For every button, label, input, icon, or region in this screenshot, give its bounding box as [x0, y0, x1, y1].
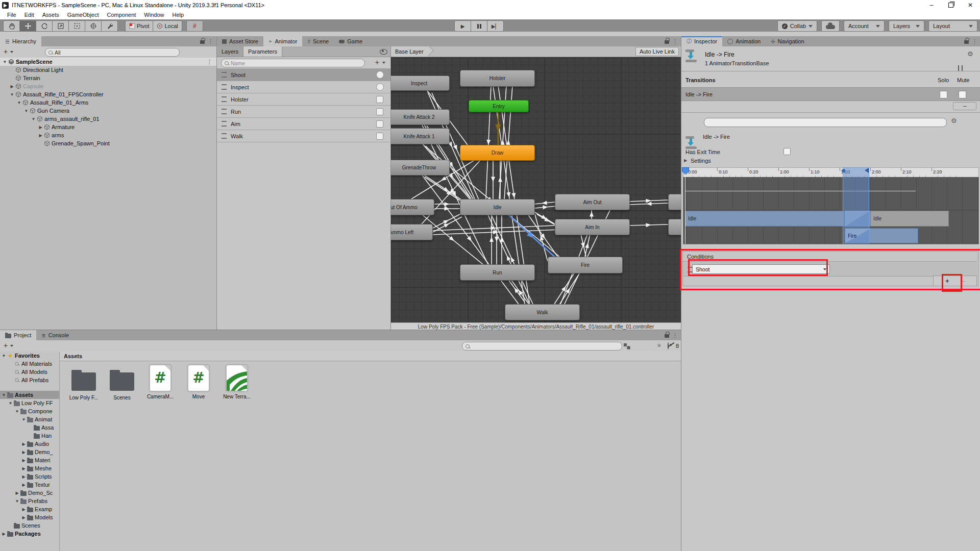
transition-name-field[interactable]: [704, 118, 947, 127]
hierarchy-item-gun-camera[interactable]: ▼Gun Camera: [0, 107, 216, 115]
asset-item-scenes[interactable]: Scenes: [105, 365, 139, 400]
project-tree-item-scripts[interactable]: ▶Scripts: [0, 472, 59, 481]
foldout-arrow-icon[interactable]: ▼: [21, 417, 27, 422]
selection-start-handle[interactable]: [841, 168, 846, 173]
foldout-arrow-icon[interactable]: ▼: [14, 499, 20, 504]
parameter-row-aim[interactable]: Aim: [217, 118, 390, 130]
bool-checkbox[interactable]: [376, 96, 383, 103]
state-node-ammo-left[interactable]: Ammo Left: [391, 224, 433, 240]
hierarchy-item-assault-rifle-01-arms[interactable]: ▼Assault_Rifle_01_Arms: [0, 98, 216, 107]
menu-item-window[interactable]: Window: [140, 12, 168, 18]
menu-item-assets[interactable]: Assets: [38, 12, 63, 18]
hierarchy-item-arms-assault-rifle-01[interactable]: ▼arms_assault_rifle_01: [0, 115, 216, 123]
project-search-input[interactable]: [472, 343, 619, 349]
foldout-arrow-icon[interactable]: ▼: [14, 409, 20, 414]
grid-snap-button[interactable]: #: [186, 20, 203, 32]
project-tree-item-animat[interactable]: ▼Animat: [0, 415, 59, 423]
transition-timeline-ruler[interactable]: 0:000:100:201:001:101:202:002:102:20: [683, 167, 979, 178]
state-machine-graph[interactable]: InspectHolsterEntryKnife Attack 2Knife A…: [391, 57, 681, 322]
subtab-layers[interactable]: Layers: [217, 46, 243, 57]
create-caret-icon[interactable]: [10, 51, 13, 53]
state-node-entry[interactable]: Entry: [469, 100, 529, 112]
state-node-run[interactable]: Run: [460, 264, 535, 281]
tab-inspector[interactable]: ⓘ Inspector: [681, 36, 722, 46]
tab-scene[interactable]: # Scene: [302, 36, 334, 46]
foldout-arrow-icon[interactable]: ▼: [9, 92, 15, 97]
add-parameter-button[interactable]: +: [375, 59, 379, 66]
hierarchy-item-directional-light[interactable]: Directional Light: [0, 66, 216, 74]
settings-foldout-icon[interactable]: ▶: [684, 158, 687, 163]
bool-checkbox[interactable]: [376, 120, 383, 128]
account-dropdown[interactable]: Account: [844, 20, 885, 32]
project-tree-item-prefabs[interactable]: ▼Prefabs: [0, 497, 59, 505]
foldout-arrow-icon[interactable]: ▶: [21, 507, 27, 512]
hierarchy-item-capsule[interactable]: ▶Capsule: [0, 82, 216, 90]
state-node-knife-attack-2[interactable]: Knife Attack 2: [391, 109, 450, 125]
create-caret-icon[interactable]: [10, 345, 13, 347]
state-node-holster[interactable]: Holster: [460, 70, 535, 87]
parameter-row-shoot[interactable]: Shoot: [217, 69, 390, 81]
parameter-search-input[interactable]: [231, 60, 361, 66]
hierarchy-item-arms[interactable]: ▶arms: [0, 131, 216, 139]
solo-checkbox[interactable]: [940, 91, 947, 98]
bool-checkbox[interactable]: [376, 108, 383, 115]
parameter-row-walk[interactable]: Walk: [217, 130, 390, 142]
pivot-toggle[interactable]: Pivot: [125, 20, 153, 32]
foldout-arrow-icon[interactable]: ▶: [38, 125, 43, 130]
hand-tool-button[interactable]: [3, 20, 20, 32]
subtab-parameters[interactable]: Parameters: [243, 46, 282, 57]
favorites-filter-icon[interactable]: ★: [656, 342, 662, 349]
foldout-arrow-icon[interactable]: ▼: [2, 60, 8, 64]
tab-hierarchy[interactable]: ☰ Hierarchy: [0, 36, 41, 46]
menu-item-help[interactable]: Help: [168, 12, 188, 18]
hierarchy-item-grenade-spawn-point[interactable]: Grenade_Spawn_Point: [0, 139, 216, 147]
local-toggle[interactable]: Local: [153, 20, 182, 32]
hierarchy-item-terrain[interactable]: Terrain: [0, 74, 216, 82]
custom-tool-button[interactable]: [102, 20, 118, 32]
layers-dropdown[interactable]: Layers: [889, 20, 924, 32]
state-node-aim-in[interactable]: Aim In: [555, 219, 630, 235]
lock-icon[interactable]: [964, 40, 969, 44]
has-exit-time-checkbox[interactable]: [783, 148, 791, 155]
foldout-arrow-icon[interactable]: ▶: [1, 532, 7, 536]
project-tree-item-demo-sc[interactable]: ▶Demo_Sc: [0, 489, 59, 497]
play-button[interactable]: ▶: [454, 20, 471, 32]
project-tree-item-models[interactable]: ▶Models: [0, 513, 59, 521]
presets-icon[interactable]: [957, 65, 964, 71]
foldout-arrow-icon[interactable]: ▶: [9, 84, 15, 89]
project-tree-item-low-poly-ff[interactable]: ▼Low Poly FF: [0, 399, 59, 407]
panel-menu-icon[interactable]: ⋮: [208, 39, 213, 44]
asset-item-new-terra-[interactable]: New Terra...: [220, 365, 254, 399]
foldout-arrow-icon[interactable]: ▶: [21, 450, 27, 455]
hierarchy-item-assault-rifle-01-fpscontroller[interactable]: ▼Assault_Rifle_01_FPSController: [0, 90, 216, 98]
step-button[interactable]: ▶▏: [487, 20, 504, 32]
timeline-bar-idle-left[interactable]: Idle: [685, 211, 845, 227]
state-node-clipped[interactable]: [668, 194, 681, 210]
transform-tool-button[interactable]: [85, 20, 102, 32]
asset-item-cameram-[interactable]: #CameraM...: [143, 365, 177, 399]
state-node-inspect[interactable]: Inspect: [391, 76, 450, 91]
minimize-button[interactable]: –: [922, 0, 941, 10]
project-tree-item-all-materials[interactable]: All Materials: [0, 360, 59, 368]
create-button[interactable]: +: [4, 48, 8, 55]
project-tree-item-demo-[interactable]: ▶Demo_: [0, 448, 59, 456]
foldout-arrow-icon[interactable]: ▼: [1, 354, 7, 358]
transition-row[interactable]: Idle -> Fire: [681, 87, 980, 101]
tab-animator[interactable]: ➣ Animator: [263, 36, 303, 46]
condition-row[interactable]: Shoot: [683, 261, 977, 277]
add-parameter-caret-icon[interactable]: [382, 62, 385, 64]
condition-parameter-dropdown[interactable]: Shoot: [692, 264, 830, 274]
selection-end-handle[interactable]: [865, 168, 869, 173]
foldout-arrow-icon[interactable]: ▶: [21, 515, 27, 520]
bool-checkbox[interactable]: [376, 133, 383, 140]
gear-icon[interactable]: ⚙: [951, 117, 957, 124]
menu-item-component[interactable]: Component: [103, 12, 140, 18]
tab-animation[interactable]: Animation: [722, 36, 766, 46]
foldout-arrow-icon[interactable]: ▼: [8, 401, 13, 406]
transition-timeline-tracks[interactable]: Idle Idle Fire: [683, 177, 979, 244]
item-menu-icon[interactable]: ⋮: [207, 59, 212, 65]
foldout-arrow-icon[interactable]: ▶: [21, 442, 27, 446]
project-search[interactable]: [462, 342, 622, 350]
move-tool-button[interactable]: [20, 20, 36, 32]
menu-item-edit[interactable]: Edit: [20, 12, 38, 18]
